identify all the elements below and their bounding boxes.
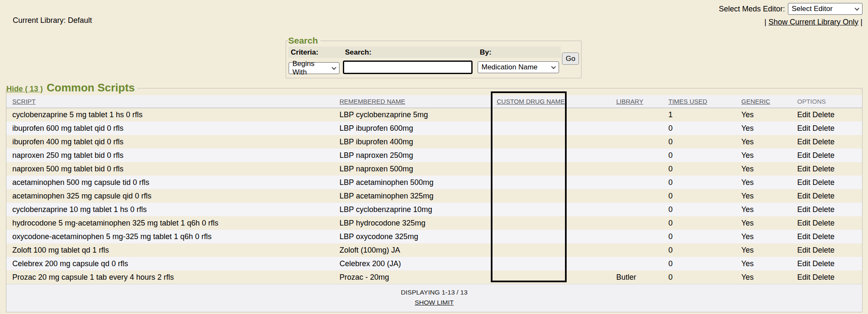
- cell-custom-drug-name: [491, 162, 610, 176]
- meds-editor-select[interactable]: Select Editor: [788, 3, 862, 15]
- cell-times-used: 0: [662, 176, 735, 189]
- cell-options: Edit Delete: [791, 216, 862, 230]
- search-label: Search:: [342, 47, 477, 58]
- column-header-times-used[interactable]: TIMES USED: [668, 98, 707, 105]
- cell-generic: Yes: [735, 108, 791, 121]
- edit-link[interactable]: Edit: [797, 219, 810, 227]
- cell-library: [610, 230, 662, 243]
- cell-generic: Yes: [735, 135, 791, 149]
- delete-link[interactable]: Delete: [812, 205, 835, 214]
- edit-link[interactable]: Edit: [797, 178, 810, 187]
- cell-remembered-name: LBP cyclobenzaprine 5mg: [334, 108, 491, 121]
- current-library-label: Current Library: Default: [13, 16, 92, 25]
- edit-link[interactable]: Edit: [797, 192, 810, 200]
- delete-link[interactable]: Delete: [812, 151, 835, 160]
- delete-link[interactable]: Delete: [812, 192, 835, 200]
- cell-script: Prozac 20 mg capsule 1 tab every 4 hours…: [6, 270, 334, 284]
- cell-library: [610, 257, 662, 270]
- cell-library: [610, 149, 662, 162]
- table-header-row: SCRIPT REMEMBERED NAME CUSTOM DRUG NAME …: [6, 95, 862, 108]
- edit-link[interactable]: Edit: [797, 232, 810, 241]
- hide-link[interactable]: Hide ( 13 ): [6, 83, 43, 95]
- show-current-library-link[interactable]: Show Current Library Only: [768, 18, 858, 26]
- cell-script: ibuprofen 400 mg tablet qid 0 rfls: [6, 135, 334, 149]
- cell-remembered-name: Celebrex 200 (JA): [334, 257, 491, 270]
- edit-link[interactable]: Edit: [797, 273, 810, 281]
- column-header-generic[interactable]: GENERIC: [741, 98, 770, 105]
- delete-link[interactable]: Delete: [812, 178, 835, 187]
- column-header-script[interactable]: SCRIPT: [12, 98, 36, 105]
- table-row: Celebrex 200 mg capsule qd 0 rfls Celebr…: [6, 257, 862, 270]
- delete-link[interactable]: Delete: [812, 165, 835, 173]
- cell-remembered-name: LBP oxycodone 325mg: [334, 230, 491, 243]
- cell-custom-drug-name: [491, 176, 610, 189]
- cell-remembered-name: LBP naproxen 500mg: [334, 162, 491, 176]
- cell-library: [610, 203, 662, 216]
- table-row: Zoloft 100 mg tablet qd 1 rfls Zoloft (1…: [6, 243, 862, 257]
- delete-link[interactable]: Delete: [812, 219, 835, 227]
- edit-link[interactable]: Edit: [797, 151, 810, 160]
- table-row: cyclobenzaprine 10 mg tablet 1 hs 0 rfls…: [6, 203, 862, 216]
- edit-link[interactable]: Edit: [797, 259, 810, 268]
- edit-link[interactable]: Edit: [797, 246, 810, 254]
- cell-custom-drug-name: [491, 108, 610, 121]
- edit-link[interactable]: Edit: [797, 205, 810, 214]
- chevron-down-icon: [854, 6, 859, 11]
- common-scripts-title: Common Scripts: [47, 81, 135, 94]
- table-row: ibuprofen 400 mg tablet qid 0 rfls LBP i…: [6, 135, 862, 149]
- meds-editor-selected-value: Select Editor: [792, 5, 832, 13]
- cell-generic: Yes: [735, 121, 791, 135]
- cell-library: Butler: [610, 270, 662, 284]
- cell-custom-drug-name: [491, 216, 610, 230]
- delete-link[interactable]: Delete: [812, 110, 835, 119]
- edit-link[interactable]: Edit: [797, 165, 810, 173]
- pipe-separator: |: [765, 18, 767, 26]
- column-header-custom-drug-name[interactable]: CUSTOM DRUG NAME: [497, 98, 565, 105]
- cell-remembered-name: LBP ibuprofen 600mg: [334, 121, 491, 135]
- delete-link[interactable]: Delete: [812, 124, 835, 132]
- table-row: naproxen 500 mg tablet bid 0 rfls LBP na…: [6, 162, 862, 176]
- show-limit-link[interactable]: SHOW LIMIT: [415, 299, 453, 306]
- cell-times-used: 0: [662, 203, 735, 216]
- delete-link[interactable]: Delete: [812, 259, 835, 268]
- cell-library: [610, 176, 662, 189]
- cell-script: naproxen 250 mg tablet bid 0 rfls: [6, 149, 334, 162]
- edit-link[interactable]: Edit: [797, 110, 810, 119]
- cell-remembered-name: LBP hydrocodone 325mg: [334, 216, 491, 230]
- cell-custom-drug-name: [491, 135, 610, 149]
- meds-editor-label: Select Meds Editor:: [719, 5, 785, 14]
- column-header-remembered-name[interactable]: REMEMBERED NAME: [339, 98, 405, 105]
- delete-link[interactable]: Delete: [812, 232, 835, 241]
- cell-custom-drug-name: [491, 243, 610, 257]
- table-row: oxycodone-acetaminophen 5 mg-325 mg tabl…: [6, 230, 862, 243]
- pipe-separator: |: [860, 18, 862, 26]
- cell-remembered-name: LBP cyclobenzaprine 10mg: [334, 203, 491, 216]
- delete-link[interactable]: Delete: [812, 138, 835, 146]
- cell-times-used: 1: [662, 108, 735, 121]
- edit-link[interactable]: Edit: [797, 138, 810, 146]
- cell-times-used: 0: [662, 121, 735, 135]
- cell-custom-drug-name: [491, 189, 610, 203]
- by-selected-value: Medication Name: [481, 63, 537, 72]
- cell-options: Edit Delete: [791, 257, 862, 270]
- criteria-select[interactable]: Begins With: [289, 62, 339, 74]
- go-button[interactable]: Go: [562, 52, 579, 65]
- cell-script: oxycodone-acetaminophen 5 mg-325 mg tabl…: [6, 230, 334, 243]
- column-header-library[interactable]: LIBRARY: [616, 98, 643, 105]
- by-select[interactable]: Medication Name: [478, 61, 559, 73]
- edit-link[interactable]: Edit: [797, 124, 810, 132]
- delete-link[interactable]: Delete: [812, 246, 835, 254]
- table-row: hydrocodone 5 mg-acetaminophen 325 mg ta…: [6, 216, 862, 230]
- by-label: By:: [477, 47, 561, 58]
- cell-script: cyclobenzaprine 5 mg tablet 1 hs 0 rfls: [6, 108, 334, 121]
- cell-script: naproxen 500 mg tablet bid 0 rfls: [6, 162, 334, 176]
- table-row: cyclobenzaprine 5 mg tablet 1 hs 0 rfls …: [6, 108, 862, 121]
- cell-script: acetaminophen 325 mg capsule qid 0 rfls: [6, 189, 334, 203]
- cell-options: Edit Delete: [791, 243, 862, 257]
- table-footer: DISPLAYING 1-13 / 13 SHOW LIMIT: [6, 284, 862, 312]
- cell-options: Edit Delete: [791, 176, 862, 189]
- cell-generic: Yes: [735, 149, 791, 162]
- search-input[interactable]: [343, 61, 473, 74]
- cell-library: [610, 121, 662, 135]
- delete-link[interactable]: Delete: [812, 273, 835, 281]
